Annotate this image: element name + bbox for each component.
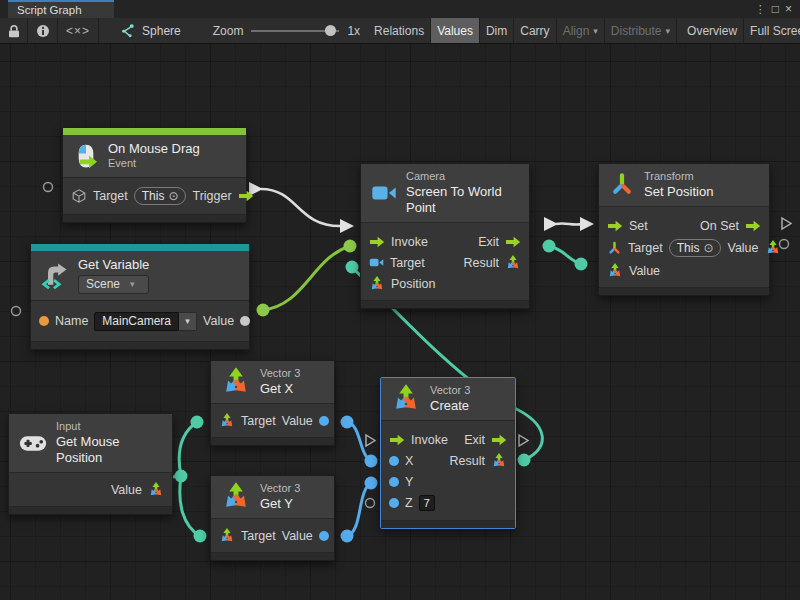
graph-toolbar: <×> Sphere Zoom 1x Relations Values Dim … <box>0 18 800 44</box>
vector3-icon[interactable] <box>148 482 164 498</box>
value-port[interactable] <box>319 416 329 426</box>
node-title: Screen To World Point <box>406 184 519 217</box>
vector3-icon[interactable] <box>491 453 507 469</box>
target-self-button[interactable]: This ⊙ <box>134 187 187 205</box>
port-label-target: Target <box>241 529 276 543</box>
graph-canvas[interactable]: On Mouse Drag Event Target This ⊙ Trigge… <box>0 44 800 600</box>
align-button[interactable]: Align▾ <box>557 18 605 43</box>
node-set-position[interactable]: Transform Set Position Set On Set Target <box>598 163 770 296</box>
distribute-button[interactable]: Distribute▾ <box>605 18 677 43</box>
port-label-value: Value <box>203 314 234 328</box>
port-label-z: Z <box>405 496 413 510</box>
lock-icon <box>7 24 21 38</box>
overview-button[interactable]: Overview <box>681 18 744 43</box>
port-label-x: X <box>405 454 413 468</box>
unconnected-port <box>780 240 789 249</box>
zoom-slider[interactable] <box>251 25 339 37</box>
node-create-vector3[interactable]: Vector 3 Create Invoke Exit X <box>380 377 516 529</box>
node-title: Get Y <box>260 496 300 512</box>
z-value-input[interactable]: 7 <box>419 495 435 511</box>
node-get-mouse-position[interactable]: Input Get Mouse Position Value <box>8 413 173 515</box>
port-label-value: Value <box>111 483 142 497</box>
vector3-icon[interactable] <box>765 240 781 256</box>
zoom-label: Zoom <box>213 24 244 38</box>
flow-arrow-icon[interactable] <box>607 218 623 234</box>
z-port[interactable] <box>389 498 399 508</box>
full-screen-button[interactable]: Full Screen <box>744 18 800 43</box>
node-title: Set Position <box>644 184 713 200</box>
node-category: Transform <box>644 170 713 184</box>
vector3-icon[interactable] <box>369 276 385 292</box>
event-accent-bar <box>63 128 246 135</box>
node-subtitle: Event <box>108 157 200 171</box>
y-port[interactable] <box>389 477 399 487</box>
node-screen-to-world-point[interactable]: Camera Screen To World Point Invoke Exit… <box>360 163 530 309</box>
tab-title: Script Graph <box>17 4 82 16</box>
node-category: Camera <box>406 170 519 184</box>
flow-arrow-icon[interactable] <box>505 234 521 250</box>
flow-arrow-icon[interactable] <box>369 234 385 250</box>
node-footer <box>599 287 769 295</box>
x-port[interactable] <box>389 456 399 466</box>
port-label-y: Y <box>405 475 413 489</box>
unconnected-flow-port <box>519 435 528 446</box>
vector3-icon[interactable] <box>219 413 235 429</box>
variable-scope-dropdown[interactable]: Scene ▾ <box>78 275 149 294</box>
camera-icon[interactable] <box>369 255 384 270</box>
flow-arrow-icon[interactable] <box>491 432 507 448</box>
window-menu-icon[interactable]: ⋮ <box>755 4 766 15</box>
node-footer <box>9 506 172 514</box>
chevron-down-icon: ▾ <box>130 279 135 290</box>
carry-button[interactable]: Carry <box>514 18 556 43</box>
wire-result-to-value <box>549 246 581 264</box>
vector3-icon[interactable] <box>505 255 521 271</box>
info-button[interactable] <box>28 18 58 43</box>
node-title: On Mouse Drag <box>108 141 200 157</box>
target-self-button[interactable]: This ⊙ <box>669 239 722 257</box>
port-label-invoke: Invoke <box>411 433 448 447</box>
value-port[interactable] <box>240 316 250 326</box>
close-icon[interactable]: × <box>785 3 792 15</box>
node-get-variable[interactable]: Get Variable Scene ▾ Name MainCamera ▾ <box>30 243 250 350</box>
node-category: Vector 3 <box>260 482 300 496</box>
vector3-icon[interactable] <box>607 263 623 279</box>
zoom-slider-handle[interactable] <box>325 25 336 36</box>
name-port[interactable] <box>39 316 49 326</box>
node-get-y[interactable]: Vector 3 Get Y Target Value <box>210 475 335 561</box>
graph-name: Sphere <box>142 24 181 38</box>
port-label-position: Position <box>391 277 435 291</box>
flow-arrow-icon[interactable] <box>389 432 405 448</box>
edit-source-button[interactable]: <×> <box>58 18 99 43</box>
vector3-icon[interactable] <box>219 528 235 544</box>
variable-name-dropdown[interactable]: MainCamera ▾ <box>94 312 197 331</box>
vector3-icon <box>221 482 251 512</box>
values-button[interactable]: Values <box>431 18 480 43</box>
flow-arrow-icon[interactable] <box>745 218 761 234</box>
relations-button[interactable]: Relations <box>368 18 431 43</box>
lock-button[interactable] <box>0 18 28 43</box>
unconnected-port <box>12 307 21 316</box>
port-label-target: Target <box>93 189 128 203</box>
port-label-value: Value <box>282 529 313 543</box>
vector3-icon <box>221 367 251 397</box>
node-footer <box>211 437 334 445</box>
node-on-mouse-drag[interactable]: On Mouse Drag Event Target This ⊙ Trigge… <box>62 127 247 223</box>
port-dot-camera-result <box>543 240 556 253</box>
port-label-target: Target <box>628 241 663 255</box>
zoom-control: Zoom 1x <box>205 18 368 43</box>
value-port[interactable] <box>319 531 329 541</box>
script-graph-window: Script Graph ⋮ □ × <×> Sphere Zoom <box>0 0 800 600</box>
port-dot-getx-target <box>191 416 204 429</box>
node-get-x[interactable]: Vector 3 Get X Target Value <box>210 360 335 446</box>
graph-breadcrumb[interactable]: Sphere <box>113 18 189 43</box>
window-controls: ⋮ □ × <box>755 0 800 18</box>
maximize-icon[interactable]: □ <box>772 3 779 15</box>
object-picker-icon: ⊙ <box>168 189 178 203</box>
camera-icon <box>371 180 397 206</box>
wire-getx-to-x <box>347 422 371 461</box>
flow-arrow-icon[interactable] <box>238 188 254 204</box>
tab-script-graph[interactable]: Script Graph <box>8 0 114 18</box>
unconnected-flow-port <box>366 435 375 446</box>
transform-icon[interactable] <box>607 241 622 256</box>
dim-button[interactable]: Dim <box>480 18 514 43</box>
